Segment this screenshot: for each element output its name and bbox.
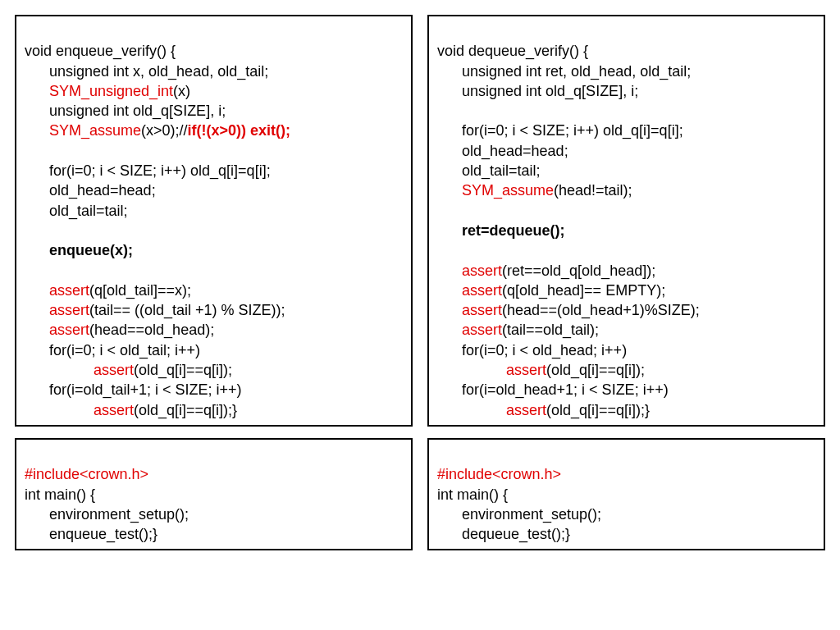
code-text: (old_q[i]==q[i]);} [134, 402, 237, 418]
code-assert: assert [462, 322, 502, 338]
code-text: (x>0);// [141, 122, 188, 139]
code-line: void enqueue_verify() { [25, 43, 176, 59]
code-text: (old_q[i]==q[i]); [546, 362, 645, 378]
blank-line [25, 262, 29, 279]
blank-line [437, 103, 441, 119]
code-assert: assert [49, 282, 89, 299]
dequeue-verify-panel: void dequeue_verify() { unsigned int ret… [427, 15, 825, 427]
code-line: unsigned int ret, old_head, old_tail; [437, 62, 691, 81]
code-call: ret=dequeue(); [437, 221, 565, 240]
code-line: for(i=old_head+1; i < SIZE; i++) [437, 380, 669, 399]
code-assert: assert [506, 362, 546, 378]
code-text: (tail==old_tail); [502, 322, 599, 338]
code-line: old_tail=tail; [25, 201, 128, 221]
code-sym: SYM_assume [49, 122, 141, 139]
code-line: enqueue_test();} [25, 524, 158, 544]
code-text: (head==old_head); [89, 322, 214, 338]
blank-line [25, 222, 29, 239]
code-assert: assert [94, 402, 134, 418]
code-assert: assert [506, 402, 546, 418]
code-text: (head!=tail); [554, 182, 632, 199]
enqueue-verify-panel: void enqueue_verify() { unsigned int x, … [15, 15, 413, 427]
code-line: environment_setup(); [25, 504, 189, 524]
code-assert: assert [49, 302, 89, 318]
code-sym: SYM_assume [462, 182, 554, 199]
code-line: for(i=old_tail+1; i < SIZE; i++) [25, 380, 242, 399]
code-assert: assert [462, 262, 502, 279]
code-text: (old_q[i]==q[i]); [134, 362, 232, 378]
code-line: old_head=head; [25, 180, 156, 200]
code-text: (q[old_tail]==x); [89, 282, 191, 299]
code-line: environment_setup(); [437, 504, 601, 524]
enqueue-main-panel: #include<crown.h> int main() { environme… [15, 438, 413, 550]
dequeue-main-panel: #include<crown.h> int main() { environme… [427, 438, 825, 550]
code-line: unsigned int x, old_head, old_tail; [25, 62, 268, 81]
code-comment: if(!(x>0)) exit(); [188, 122, 291, 139]
code-line: int main() { [25, 486, 95, 503]
code-line: for(i=0; i < SIZE; i++) old_q[i]=q[i]; [437, 121, 683, 140]
code-panels-grid: void enqueue_verify() { unsigned int x, … [15, 15, 825, 550]
code-line: unsigned int old_q[SIZE], i; [437, 81, 638, 101]
code-sym: SYM_unsigned_int [49, 83, 173, 99]
code-text: (tail== ((old_tail +1) % SIZE)); [89, 302, 285, 318]
code-text: (q[old_head]== EMPTY); [502, 282, 665, 299]
code-line: old_tail=tail; [437, 161, 541, 180]
code-assert: assert [94, 362, 134, 378]
code-line: for(i=0; i < old_head; i++) [437, 340, 627, 360]
code-line: for(i=0; i < SIZE; i++) old_q[i]=q[i]; [25, 161, 271, 180]
code-assert: assert [462, 302, 502, 318]
code-text: (head==(old_head+1)%SIZE); [502, 302, 700, 318]
code-line: for(i=0; i < old_tail; i++) [25, 340, 200, 360]
code-text: (old_q[i]==q[i]);} [546, 402, 650, 418]
code-line: int main() { [437, 486, 508, 503]
blank-line [437, 203, 441, 219]
code-text: (ret==old_q[old_head]); [502, 262, 655, 279]
code-call: enqueue(x); [25, 240, 133, 260]
code-include: #include<crown.h> [25, 466, 148, 482]
code-line: old_head=head; [437, 141, 568, 161]
blank-line [25, 143, 29, 159]
blank-line [437, 242, 441, 258]
code-include: #include<crown.h> [437, 466, 561, 482]
code-line: dequeue_test();} [437, 524, 570, 544]
code-assert: assert [49, 322, 89, 338]
code-text: (x) [173, 83, 190, 99]
code-line: void dequeue_verify() { [437, 43, 588, 59]
code-line: unsigned int old_q[SIZE], i; [25, 101, 226, 121]
code-assert: assert [462, 282, 502, 299]
